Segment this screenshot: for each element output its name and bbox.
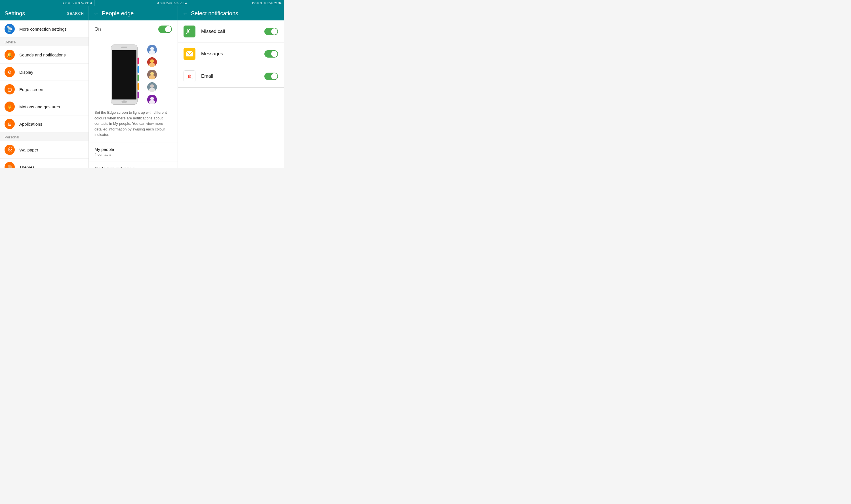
people-toggle-label: On [94,26,101,32]
contact-avatar-1 [147,44,158,55]
motions-label: Motions and gestures [19,104,60,109]
email-icon: @ [183,70,196,82]
display-label: Display [19,70,33,75]
battery-1: 35% [78,2,84,5]
notif-header: ← Select notifications [178,6,284,20]
settings-item-more-connection[interactable]: 📡 More connection settings [0,20,89,38]
svg-rect-7 [137,83,139,90]
section-device: Device [0,38,89,46]
main-content: 📡 More connection settings Device 🔔 Soun… [0,20,284,168]
sounds-icon: 🔔 [4,50,15,60]
my-people-row[interactable]: My people 4 contacts [89,142,178,161]
messages-icon [183,48,196,60]
wallpaper-icon: 🖼 [4,145,15,155]
wallpaper-label: Wallpaper [19,147,38,152]
svg-point-20 [149,88,155,92]
alert-text-block: Alert when picking up Receive alerts if … [94,166,158,168]
time-2: 21:34 [180,2,187,5]
status-bar-2: ✗ □ ✉ 35 ✉ 35% 21:34 [95,0,189,6]
themes-icon: 🎨 [4,162,15,168]
settings-search-button[interactable]: SEARCH [67,11,84,16]
missed-call-icon: ✗ [183,25,196,37]
svg-rect-1 [112,50,136,100]
svg-text:@: @ [188,75,192,78]
notif-item-messages[interactable]: Messages [178,43,284,65]
people-panel: On [89,20,178,168]
display-icon: ⚙ [4,67,15,77]
svg-point-11 [149,50,155,55]
applications-icon: ⊞ [4,119,15,129]
people-description: Set the Edge screen to light up with dif… [89,110,178,142]
contact-avatar-4 [147,82,158,92]
notif-item-missed-call[interactable]: ✗ Missed call [178,20,284,43]
svg-text:✗: ✗ [185,28,191,35]
themes-label: Themes [19,165,35,168]
notif-item-email[interactable]: @ Email [178,65,284,88]
svg-rect-8 [137,92,139,98]
contacts-column [147,44,158,105]
phone-illustration [109,44,143,105]
section-personal: Personal [0,133,89,141]
settings-title: Settings [4,10,25,17]
contact-avatar-2 [147,57,158,68]
applications-label: Applications [19,122,42,126]
settings-header: Settings SEARCH [0,6,89,20]
svg-point-23 [149,100,155,105]
svg-point-13 [150,59,154,63]
time-3: 21:34 [274,2,282,5]
svg-rect-5 [137,66,139,73]
time-1: 21:34 [85,2,92,5]
sounds-label: Sounds and notifications [19,52,66,57]
svg-point-19 [150,84,154,88]
my-people-subtitle: 4 contacts [94,152,172,157]
missed-call-toggle[interactable] [265,28,278,35]
notif-back-arrow[interactable]: ← [182,10,188,17]
messages-label: Messages [201,51,265,57]
svg-rect-2 [121,47,127,48]
people-title: People edge [102,10,133,17]
edge-screen-icon: ▢ [4,84,15,94]
people-toggle[interactable] [158,25,172,33]
svg-point-3 [122,101,127,103]
contact-avatar-3 [147,69,158,80]
status-bar: ✗ □ ✉ 35 ✉ 35% 21:34 ✗ □ ✉ 35 ✉ 35% 21:3… [0,0,284,6]
messages-toggle[interactable] [265,50,278,58]
svg-point-10 [150,47,154,51]
settings-item-sounds[interactable]: 🔔 Sounds and notifications [0,46,89,64]
svg-point-22 [150,97,154,101]
battery-3: 35% [268,2,273,5]
status-bar-3: ✗ □ ✉ 35 ✉ 35% 21:34 [189,0,284,6]
missed-call-label: Missed call [201,29,265,34]
email-toggle[interactable] [265,73,278,80]
email-label: Email [201,73,265,79]
alert-pickup-row: Alert when picking up Receive alerts if … [89,161,178,168]
settings-item-edge-screen[interactable]: ▢ Edge screen [0,81,89,98]
more-connection-icon: 📡 [4,24,15,34]
svg-rect-6 [137,75,139,82]
contact-avatar-5 [147,94,158,105]
svg-point-17 [149,75,155,80]
settings-item-themes[interactable]: 🎨 Themes [0,159,89,168]
svg-rect-4 [137,58,139,65]
settings-item-applications[interactable]: ⊞ Applications [0,115,89,133]
my-people-title: My people [94,147,172,152]
settings-item-motions[interactable]: ✋ Motions and gestures [0,98,89,115]
settings-panel: 📡 More connection settings Device 🔔 Soun… [0,20,89,168]
battery-2: 35% [173,2,178,5]
motions-icon: ✋ [4,102,15,112]
people-back-arrow[interactable]: ← [93,10,99,17]
people-header: ← People edge [89,6,178,20]
notif-panel: ✗ Missed call Messages @ [178,20,284,168]
people-toggle-row: On [89,20,178,38]
status-bar-1: ✗ □ ✉ 35 ✉ 35% 21:34 [0,0,95,6]
header-bar: Settings SEARCH ← People edge ← Select n… [0,6,284,20]
phone-area [89,38,178,110]
more-connection-label: More connection settings [19,27,67,32]
alert-title: Alert when picking up [94,166,155,168]
settings-item-wallpaper[interactable]: 🖼 Wallpaper [0,141,89,159]
notif-title: Select notifications [191,10,238,17]
status-icons-1: ✗ □ ✉ 35 ✉ [62,2,77,5]
settings-item-display[interactable]: ⚙ Display [0,64,89,81]
svg-point-14 [149,63,155,67]
status-icons-3: ✗ □ ✉ 35 ✉ [252,2,266,5]
